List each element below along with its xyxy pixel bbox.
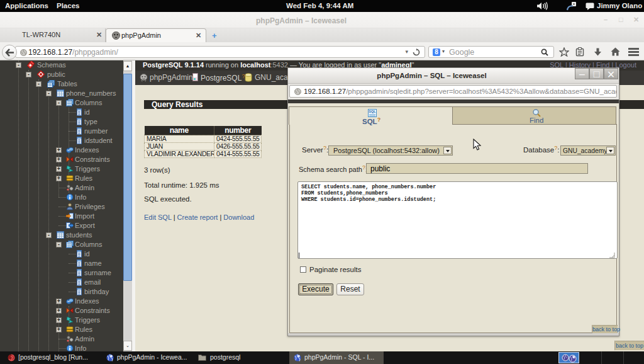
svg-text:SQL: SQL bbox=[369, 110, 376, 113]
